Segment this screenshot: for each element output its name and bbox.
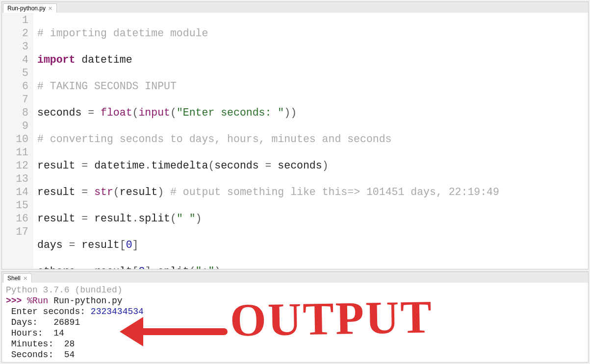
line-number: 4 xyxy=(6,53,28,67)
shell-output-line: Minutes: 28 xyxy=(6,339,75,349)
code-line: result = str(result) # output something … xyxy=(37,186,588,199)
line-number: 15 xyxy=(6,199,28,212)
line-number: 13 xyxy=(6,172,28,186)
line-number: 3 xyxy=(6,40,28,53)
code-body[interactable]: # importing datetime module import datet… xyxy=(33,13,588,269)
shell-output[interactable]: Python 3.7.6 (bundled) >>> %Run Run-pyth… xyxy=(2,283,588,362)
shell-banner: Python 3.7.6 (bundled) xyxy=(6,285,123,295)
shell-panel: Shell ✕ Python 3.7.6 (bundled) >>> %Run … xyxy=(1,271,589,363)
editor-tab[interactable]: Run-python.py ✕ xyxy=(3,3,57,13)
code-line: result = result.split(" ") xyxy=(37,212,588,225)
shell-run-magic: %Run xyxy=(27,296,53,306)
line-number: 16 xyxy=(6,212,28,225)
shell-prompt: >>> xyxy=(6,296,27,306)
close-icon[interactable]: ✕ xyxy=(23,276,27,281)
code-line: # converting seconds to days, hours, min… xyxy=(37,133,588,146)
line-number: 8 xyxy=(6,106,28,120)
editor-tab-bar: Run-python.py ✕ xyxy=(2,2,588,13)
shell-output-line: Hours: 14 xyxy=(6,328,64,338)
code-line: seconds = float(input("Enter seconds: ")… xyxy=(37,106,588,120)
shell-input-label: Enter seconds: xyxy=(6,307,91,316)
editor-tab-label: Run-python.py xyxy=(7,5,46,12)
line-number-gutter: 1 2 3 4 5 6 7 8 9 10 11 12 13 14 15 16 1… xyxy=(2,13,33,269)
shell-tab-bar: Shell ✕ xyxy=(2,272,588,283)
line-number: 12 xyxy=(6,159,28,172)
code-line: # importing datetime module xyxy=(37,27,588,40)
shell-input-value: 2323434534 xyxy=(91,307,144,316)
line-number: 2 xyxy=(6,27,28,40)
code-line: result = datetime.timedelta(seconds = se… xyxy=(37,159,588,172)
code-editor[interactable]: 1 2 3 4 5 6 7 8 9 10 11 12 13 14 15 16 1… xyxy=(2,13,588,269)
line-number: 7 xyxy=(6,93,28,106)
shell-output-line: Seconds: 54 xyxy=(6,350,75,360)
code-line: days = result[0] xyxy=(37,239,588,252)
line-number: 5 xyxy=(6,67,28,80)
line-number: 11 xyxy=(6,146,28,159)
line-number: 1 xyxy=(6,14,28,27)
shell-tab[interactable]: Shell ✕ xyxy=(3,273,32,283)
shell-run-file: Run-python.py xyxy=(53,296,122,306)
editor-panel: Run-python.py ✕ 1 2 3 4 5 6 7 8 9 10 11 … xyxy=(1,1,589,269)
code-line: import datetime xyxy=(37,53,588,67)
code-line: # TAKING SECONDS INPUT xyxy=(37,80,588,93)
line-number: 17 xyxy=(6,225,28,239)
line-number: 14 xyxy=(6,186,28,199)
shell-output-line: Days: 26891 xyxy=(6,317,80,327)
shell-tab-label: Shell xyxy=(7,275,21,282)
code-line: others = result[2].split(":") xyxy=(37,265,588,269)
line-number: 10 xyxy=(6,133,28,146)
line-number: 9 xyxy=(6,120,28,133)
line-number: 6 xyxy=(6,80,28,93)
close-icon[interactable]: ✕ xyxy=(48,6,52,11)
